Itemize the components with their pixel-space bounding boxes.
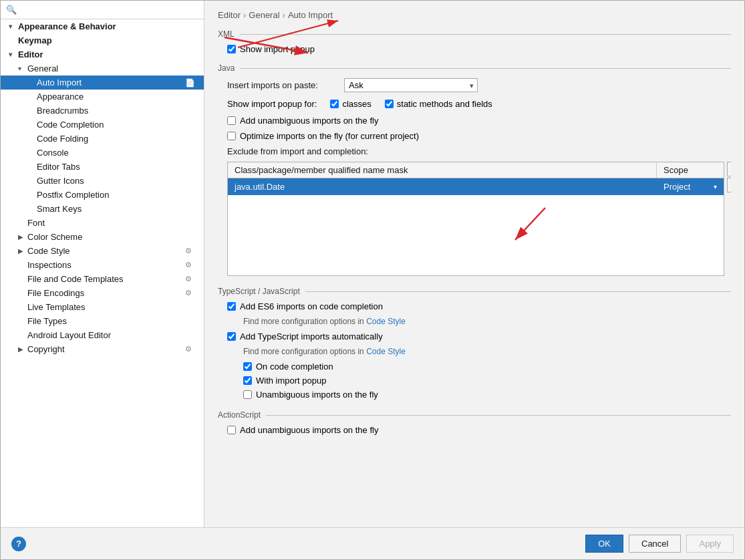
optimize-imports-row: Optimize imports on the fly (for current… — [227, 131, 731, 141]
page-icon: 📄 — [185, 78, 196, 88]
as-section: ActionScript Add unambiguous imports on … — [218, 410, 731, 435]
ts-with-import-popup-checkbox[interactable] — [243, 376, 252, 385]
sidebar-item-postfix-completion[interactable]: Postfix Completion — [1, 188, 204, 202]
search-input[interactable] — [19, 5, 198, 15]
remove-entry-button[interactable]: − — [727, 178, 731, 192]
breadcrumb: Editor › General › Auto Import — [218, 10, 731, 20]
sidebar-item-label: General — [27, 63, 58, 74]
sidebar-item-color-scheme[interactable]: ▶ Color Scheme — [1, 230, 204, 244]
sidebar-item-label: Inspections — [27, 260, 71, 270]
sidebar-item-code-folding[interactable]: Code Folding — [1, 132, 204, 146]
sidebar-item-gutter-icons[interactable]: Gutter Icons — [1, 174, 204, 188]
sidebar-item-auto-import[interactable]: Auto Import 📄 — [1, 76, 204, 90]
breadcrumb-sep-2: › — [283, 10, 285, 20]
row-name: java.util.Date — [228, 178, 657, 195]
sidebar-item-general[interactable]: ▾ General — [1, 61, 204, 76]
search-bar: 🔍 — [1, 1, 204, 19]
exclude-table: Class/package/member qualified name mask… — [227, 162, 724, 276]
sidebar-item-label: Appearance — [37, 92, 84, 102]
sidebar-item-label: Breadcrumbs — [37, 106, 88, 116]
insert-imports-select[interactable]: Ask Always Never — [344, 78, 478, 92]
as-add-unambiguous-label: Add unambiguous imports on the fly — [240, 425, 378, 435]
table-buttons: + − — [727, 162, 731, 192]
right-panel: Editor › General › Auto Import XML Show … — [204, 1, 744, 527]
classes-checkbox[interactable] — [330, 100, 339, 108]
cancel-button[interactable]: Cancel — [629, 535, 681, 553]
settings-icon: ⚙ — [185, 275, 196, 283]
help-button[interactable]: ? — [11, 537, 26, 551]
ok-button[interactable]: OK — [585, 535, 623, 553]
sidebar-item-label: File and Code Templates — [27, 274, 124, 284]
sidebar-item-editor-tabs[interactable]: Editor Tabs — [1, 160, 204, 174]
sidebar-item-file-encodings[interactable]: File Encodings ⚙ — [1, 286, 204, 300]
apply-button[interactable]: Apply — [686, 535, 734, 553]
chevron-icon: ▶ — [18, 233, 27, 241]
table-header: Class/package/member qualified name mask… — [228, 162, 724, 178]
col-scope: Scope — [657, 162, 724, 178]
sidebar-item-breadcrumbs[interactable]: Breadcrumbs — [1, 104, 204, 118]
table-empty-area — [228, 195, 724, 275]
insert-imports-select-wrapper: Ask Always Never — [344, 78, 478, 92]
static-methods-checkbox[interactable] — [385, 100, 394, 108]
sidebar-item-file-code-templates[interactable]: File and Code Templates ⚙ — [1, 272, 204, 286]
sidebar-item-console[interactable]: Console — [1, 146, 204, 160]
sidebar-item-appearance-behavior[interactable]: ▾ Appearance & Behavior — [1, 19, 204, 33]
add-unambiguous-checkbox[interactable] — [227, 116, 236, 125]
sidebar-item-label: Editor — [18, 49, 43, 59]
sidebar-item-font[interactable]: Font — [1, 216, 204, 230]
add-entry-button[interactable]: + — [727, 162, 731, 176]
sidebar-item-label: Console — [37, 148, 69, 158]
ts-code-style-link-1[interactable]: Code Style — [366, 317, 406, 326]
row-scope: Project ▾ — [657, 178, 724, 195]
sidebar-item-inspections[interactable]: Inspections ⚙ — [1, 258, 204, 272]
add-unambiguous-row: Add unambiguous imports on the fly — [227, 116, 731, 126]
sidebar-item-file-types[interactable]: File Types — [1, 314, 204, 328]
chevron-icon: ▾ — [18, 65, 27, 72]
classes-label: classes — [342, 99, 371, 109]
as-add-unambiguous-checkbox[interactable] — [227, 426, 236, 434]
sidebar-item-label: Android Layout Editor — [27, 330, 111, 340]
col-name: Class/package/member qualified name mask — [228, 162, 657, 178]
xml-section-label: XML — [218, 29, 731, 39]
bottom-bar: ? OK Cancel Apply — [1, 527, 744, 559]
sidebar-item-keymap[interactable]: Keymap — [1, 33, 204, 47]
settings-icon: ⚙ — [185, 289, 196, 297]
chevron-icon: ▶ — [18, 247, 27, 255]
ts-add-ts-checkbox[interactable] — [227, 332, 236, 341]
settings-dialog: 🔍 ▾ Appearance & Behavior Keymap ▾ Edito… — [0, 0, 745, 560]
sidebar-item-copyright[interactable]: ▶ Copyright ⚙ — [1, 342, 204, 356]
dialog-body: 🔍 ▾ Appearance & Behavior Keymap ▾ Edito… — [1, 1, 744, 527]
chevron-icon: ▾ — [9, 51, 18, 58]
content-area: XML Show import popup Java Insert import… — [218, 29, 731, 527]
ts-code-style-link-2[interactable]: Code Style — [366, 347, 406, 356]
add-unambiguous-label: Add unambiguous imports on the fly — [240, 116, 378, 126]
left-panel: 🔍 ▾ Appearance & Behavior Keymap ▾ Edito… — [1, 1, 204, 527]
xml-show-import-popup-row: Show import popup — [227, 44, 731, 54]
ts-section-label: TypeScript / JavaScript — [218, 287, 731, 296]
sidebar-item-appearance[interactable]: Appearance — [1, 90, 204, 104]
sidebar-item-label: Postfix Completion — [37, 190, 109, 200]
ts-on-code-completion-label: On code completion — [256, 362, 333, 372]
xml-show-import-popup-checkbox[interactable] — [227, 45, 236, 53]
sidebar-item-label: Code Folding — [37, 134, 88, 144]
optimize-imports-checkbox[interactable] — [227, 132, 236, 140]
ts-add-es6-checkbox[interactable] — [227, 302, 236, 311]
sidebar-item-smart-keys[interactable]: Smart Keys — [1, 202, 204, 216]
ts-with-import-popup-row: With import popup — [243, 376, 731, 386]
sidebar-item-editor[interactable]: ▾ Editor — [1, 47, 204, 61]
sidebar-item-live-templates[interactable]: Live Templates — [1, 300, 204, 314]
exclude-label: Exclude from import and completion: — [227, 146, 731, 156]
ts-add-es6-label: Add ES6 imports on code completion — [240, 301, 383, 311]
ts-unambiguous-checkbox[interactable] — [243, 390, 252, 399]
sidebar-item-android-layout-editor[interactable]: Android Layout Editor — [1, 328, 204, 342]
ts-on-code-completion-checkbox[interactable] — [243, 362, 252, 371]
table-row[interactable]: java.util.Date Project ▾ — [228, 178, 724, 195]
ts-add-ts-row: Add TypeScript imports automatically — [227, 331, 731, 341]
sidebar-item-code-completion[interactable]: Code Completion — [1, 118, 204, 132]
ts-unambiguous-row: Unambiguous imports on the fly — [243, 390, 731, 400]
insert-imports-row: Insert imports on paste: Ask Always Neve… — [227, 78, 731, 92]
sidebar-item-code-style[interactable]: ▶ Code Style ⚙ — [1, 244, 204, 258]
search-icon: 🔍 — [6, 5, 17, 15]
sidebar-item-label: Smart Keys — [37, 204, 82, 214]
ts-section: TypeScript / JavaScript Add ES6 imports … — [218, 287, 731, 400]
